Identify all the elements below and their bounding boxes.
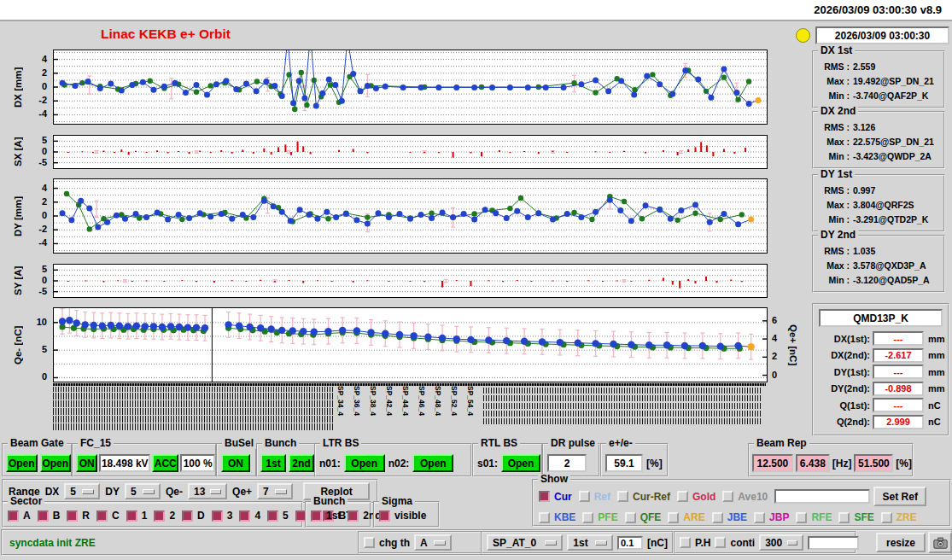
stats-row: Min :-3.291@QTD2P_K xyxy=(819,213,940,227)
sp-bpm-select[interactable]: SP_AT_0 xyxy=(487,534,563,551)
show-checkbox-cur[interactable] xyxy=(539,491,550,502)
show-sector-checkbox-zre[interactable] xyxy=(881,512,892,523)
show-checkbox-ref[interactable] xyxy=(579,491,590,502)
rtl-s01-open-button[interactable]: Open xyxy=(501,454,540,472)
fc15-kv-display: 18.498 kV xyxy=(99,454,150,472)
show-sector-item: ARE xyxy=(668,511,704,523)
dy-orbit-plot[interactable] xyxy=(53,178,768,254)
dx-axis-label: DX [mm] xyxy=(10,50,26,125)
beam-gate-2-button[interactable]: Open xyxy=(40,454,72,472)
fc15-acc-button[interactable]: ACC xyxy=(152,454,178,472)
dr-pulse-title: DR pulse xyxy=(548,438,598,449)
show-sector-checkbox-are[interactable] xyxy=(668,512,679,523)
points-select[interactable]: 300 xyxy=(759,534,803,551)
range-dx-select[interactable]: 5 xyxy=(64,483,100,499)
show-sector-checkbox-pfe[interactable] xyxy=(582,512,593,523)
dx-orbit-plot[interactable] xyxy=(53,50,768,125)
threshold-input[interactable] xyxy=(617,536,643,550)
resize-button[interactable]: resize xyxy=(876,533,926,552)
beam-gate-1-button[interactable]: Open xyxy=(6,454,38,472)
show-sector-checkbox-sfe[interactable] xyxy=(838,512,850,523)
stats-row: Max :3.804@QRF2S xyxy=(819,198,940,213)
stats-row: RMS :0.997 xyxy=(819,184,940,198)
show-checkbox-ave10[interactable] xyxy=(722,491,733,502)
ref-file-input[interactable] xyxy=(774,489,870,504)
sector-checkbox-4[interactable] xyxy=(239,510,250,522)
option-menu-dash-icon xyxy=(143,489,155,494)
sp-bunch-select[interactable]: 1st xyxy=(567,534,613,551)
fc15-percent-display: 100 % xyxy=(180,454,215,472)
sector-checkbox-3[interactable] xyxy=(212,510,223,522)
show-sector-checkbox-jbp[interactable] xyxy=(754,512,765,523)
status-bar: syncdata init ZRE chg th A SP_AT_0 1st [… xyxy=(1,529,952,556)
ph-label: P.H xyxy=(695,537,710,549)
conti-checkbox[interactable] xyxy=(715,537,726,548)
range-qe-plus-select[interactable]: 7 xyxy=(257,483,293,499)
bpm-readout-row: DX(2nd):-2.617mm xyxy=(814,347,948,365)
option-menu-dash-icon xyxy=(787,540,797,545)
sector-checkbox-d[interactable] xyxy=(182,510,193,522)
bunch-checkbox-2nd[interactable] xyxy=(348,510,359,522)
bpm-readout-row: Q(1st):---nC xyxy=(814,397,948,414)
show-checkbox-gold[interactable] xyxy=(677,491,688,502)
set-ref-button[interactable]: Set Ref xyxy=(873,487,926,506)
sy-steering-plot[interactable] xyxy=(53,264,768,298)
show-sector-checkbox-rfe[interactable] xyxy=(796,512,807,523)
extra-input[interactable] xyxy=(808,536,859,550)
sector-label: R xyxy=(82,510,90,522)
show-checkbox-cur-ref[interactable] xyxy=(617,491,628,502)
ltr-n02-open-button[interactable]: Open xyxy=(412,454,453,472)
sector-label: 3 xyxy=(227,510,233,522)
bpm-x-label: SP_48_4 xyxy=(434,386,441,434)
chg-th-select[interactable]: A xyxy=(414,534,452,551)
stats-panel-dx-1st: DX 1stRMS :2.559Max :19.492@SP_DN_21Min … xyxy=(812,50,945,108)
rtl-bs-group: RTL BS s01: Open xyxy=(472,443,543,477)
range-dy-label: DY xyxy=(105,486,120,498)
sp-select-group: SP_AT_0 1st [nC] xyxy=(481,531,674,554)
busel-on-button[interactable]: ON xyxy=(221,454,250,472)
sector-checkbox-2[interactable] xyxy=(154,510,165,522)
show-sector-checkbox-jbe[interactable] xyxy=(712,512,723,523)
chg-th-checkbox[interactable] xyxy=(364,537,375,548)
sector-checkbox-1[interactable] xyxy=(126,510,137,522)
bpm-readout-rows: DX(1st):---mmDX(2nd):-2.617mmDY(1st):---… xyxy=(814,330,948,430)
snapshot-button[interactable] xyxy=(928,532,952,553)
y-tick-label: 10 xyxy=(37,316,47,328)
sigma-checkbox-visible[interactable] xyxy=(379,510,390,522)
ltr-bs-group: LTR BS n01: Open n02: Open xyxy=(314,443,472,477)
show-item: Cur-Ref xyxy=(617,491,670,503)
option-menu-dash-icon xyxy=(82,489,94,494)
show-sector-checkbox-qfe[interactable] xyxy=(625,512,636,523)
sector-checkbox-r[interactable] xyxy=(67,510,78,522)
plot-block-dy: DY [mm] 420-2-4 xyxy=(0,178,952,254)
bunch-2nd-button[interactable]: 2nd xyxy=(289,454,314,472)
readout-value: --- xyxy=(873,398,924,412)
bunch-1st-button[interactable]: 1st xyxy=(260,454,286,472)
ltr-n01-open-button[interactable]: Open xyxy=(344,454,385,472)
busel-title: BuSel xyxy=(222,438,256,449)
rtl-bs-title: RTL BS xyxy=(478,438,520,449)
sector-checkbox-a[interactable] xyxy=(8,510,19,522)
sector-checkbox-b[interactable] xyxy=(38,510,49,522)
readout-value: -0.898 xyxy=(873,382,924,396)
qe-plus-axis-label: Qe+ [nC] xyxy=(786,307,800,382)
sector-item: C xyxy=(96,510,120,522)
sector-checkbox-5[interactable] xyxy=(267,510,278,522)
bunch-checkbox-1st[interactable] xyxy=(311,510,322,522)
show-group: Show CurRefCur-RefGoldAve10 Set Ref KBEP… xyxy=(532,479,951,527)
y-tick-label: 4 xyxy=(42,53,47,65)
beam-rep-hz-label: [Hz] xyxy=(832,458,852,470)
fc15-title: FC_15 xyxy=(78,438,114,449)
sx-steering-plot[interactable] xyxy=(53,135,768,169)
ltr-bs-title: LTR BS xyxy=(320,438,361,449)
fc15-on-button[interactable]: ON xyxy=(76,454,97,472)
points-value: 300 xyxy=(765,537,782,549)
sector-checkbox-c[interactable] xyxy=(96,510,108,522)
range-qe-minus-select[interactable]: 13 xyxy=(188,483,227,499)
show-item: Ref xyxy=(579,491,610,503)
show-sector-checkbox-kbe[interactable] xyxy=(539,512,550,523)
range-dy-select[interactable]: 5 xyxy=(125,483,161,499)
bpm-labels-dense-left xyxy=(53,387,335,431)
ph-checkbox[interactable] xyxy=(680,537,691,548)
charge-plot[interactable] xyxy=(53,307,768,382)
